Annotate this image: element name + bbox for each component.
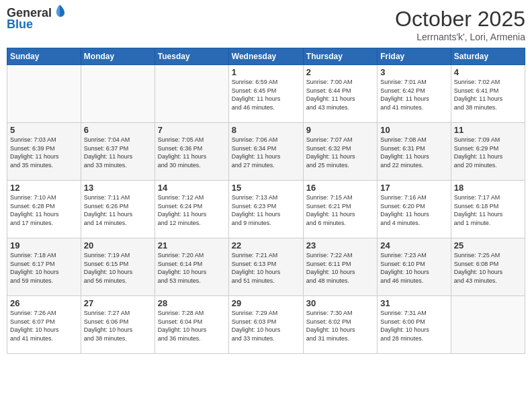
day-number: 25 xyxy=(454,240,522,250)
calendar-cell xyxy=(451,296,525,354)
calendar-cell: 15Sunrise: 7:13 AM Sunset: 6:23 PM Dayli… xyxy=(228,181,303,238)
calendar-cell: 17Sunrise: 7:16 AM Sunset: 6:20 PM Dayli… xyxy=(378,181,451,238)
calendar-cell xyxy=(81,65,154,123)
day-number: 16 xyxy=(306,183,374,193)
calendar-cell: 30Sunrise: 7:30 AM Sunset: 6:02 PM Dayli… xyxy=(303,296,377,354)
day-info: Sunrise: 7:20 AM Sunset: 6:14 PM Dayligh… xyxy=(158,251,226,285)
calendar-page: General Blue October 2025 Lerrnants'k', … xyxy=(0,0,532,411)
day-number: 4 xyxy=(454,67,522,77)
day-number: 18 xyxy=(454,183,522,193)
day-number: 24 xyxy=(380,240,447,250)
day-info: Sunrise: 7:01 AM Sunset: 6:42 PM Dayligh… xyxy=(380,78,447,111)
column-header-wednesday: Wednesday xyxy=(228,48,303,65)
day-number: 28 xyxy=(158,298,226,308)
day-info: Sunrise: 7:06 AM Sunset: 6:34 PM Dayligh… xyxy=(232,136,300,169)
calendar-cell: 29Sunrise: 7:29 AM Sunset: 6:03 PM Dayli… xyxy=(228,296,303,354)
day-number: 17 xyxy=(380,183,447,193)
calendar-cell: 13Sunrise: 7:11 AM Sunset: 6:26 PM Dayli… xyxy=(81,181,154,238)
day-number: 6 xyxy=(84,125,152,135)
day-info: Sunrise: 7:29 AM Sunset: 6:03 PM Dayligh… xyxy=(232,309,300,342)
calendar-header: SundayMondayTuesdayWednesdayThursdayFrid… xyxy=(7,48,525,65)
week-row-2: 5Sunrise: 7:03 AM Sunset: 6:39 PM Daylig… xyxy=(7,123,525,181)
day-number: 20 xyxy=(84,240,152,250)
calendar-cell: 28Sunrise: 7:28 AM Sunset: 6:04 PM Dayli… xyxy=(154,296,228,354)
day-info: Sunrise: 7:30 AM Sunset: 6:02 PM Dayligh… xyxy=(306,309,374,342)
day-info: Sunrise: 7:18 AM Sunset: 6:17 PM Dayligh… xyxy=(10,251,78,285)
day-info: Sunrise: 6:59 AM Sunset: 6:45 PM Dayligh… xyxy=(232,78,300,111)
week-row-4: 19Sunrise: 7:18 AM Sunset: 6:17 PM Dayli… xyxy=(7,238,525,296)
day-number: 12 xyxy=(10,183,78,193)
day-info: Sunrise: 7:09 AM Sunset: 6:29 PM Dayligh… xyxy=(454,136,522,169)
day-number: 15 xyxy=(232,183,300,193)
day-number: 30 xyxy=(306,298,374,308)
column-header-sunday: Sunday xyxy=(7,48,81,65)
day-info: Sunrise: 7:28 AM Sunset: 6:04 PM Dayligh… xyxy=(158,309,226,342)
calendar-cell: 5Sunrise: 7:03 AM Sunset: 6:39 PM Daylig… xyxy=(7,123,81,181)
column-header-tuesday: Tuesday xyxy=(154,48,228,65)
day-info: Sunrise: 7:27 AM Sunset: 6:06 PM Dayligh… xyxy=(84,309,152,342)
calendar-cell: 4Sunrise: 7:02 AM Sunset: 6:41 PM Daylig… xyxy=(451,65,525,123)
day-number: 14 xyxy=(158,183,226,193)
calendar-cell: 31Sunrise: 7:31 AM Sunset: 6:00 PM Dayli… xyxy=(378,296,451,354)
calendar-cell: 12Sunrise: 7:10 AM Sunset: 6:28 PM Dayli… xyxy=(7,181,81,238)
day-info: Sunrise: 7:04 AM Sunset: 6:37 PM Dayligh… xyxy=(84,136,152,169)
day-info: Sunrise: 7:15 AM Sunset: 6:21 PM Dayligh… xyxy=(306,193,374,227)
day-info: Sunrise: 7:21 AM Sunset: 6:13 PM Dayligh… xyxy=(232,251,300,285)
calendar-cell: 22Sunrise: 7:21 AM Sunset: 6:13 PM Dayli… xyxy=(228,238,303,296)
calendar-cell: 27Sunrise: 7:27 AM Sunset: 6:06 PM Dayli… xyxy=(81,296,154,354)
calendar-cell: 2Sunrise: 7:00 AM Sunset: 6:44 PM Daylig… xyxy=(303,65,377,123)
column-header-friday: Friday xyxy=(378,48,451,65)
logo-text: General Blue xyxy=(7,7,67,32)
day-info: Sunrise: 7:13 AM Sunset: 6:23 PM Dayligh… xyxy=(232,193,300,227)
day-info: Sunrise: 7:16 AM Sunset: 6:20 PM Dayligh… xyxy=(380,193,447,227)
day-info: Sunrise: 7:22 AM Sunset: 6:11 PM Dayligh… xyxy=(306,251,374,285)
calendar-cell xyxy=(154,65,228,123)
calendar-cell: 25Sunrise: 7:25 AM Sunset: 6:08 PM Dayli… xyxy=(451,238,525,296)
day-info: Sunrise: 7:00 AM Sunset: 6:44 PM Dayligh… xyxy=(306,78,374,111)
calendar-cell: 19Sunrise: 7:18 AM Sunset: 6:17 PM Dayli… xyxy=(7,238,81,296)
day-number: 5 xyxy=(10,125,78,135)
calendar-cell: 9Sunrise: 7:07 AM Sunset: 6:32 PM Daylig… xyxy=(303,123,377,181)
calendar-body: 1Sunrise: 6:59 AM Sunset: 6:45 PM Daylig… xyxy=(7,65,525,354)
day-info: Sunrise: 7:26 AM Sunset: 6:07 PM Dayligh… xyxy=(10,309,78,342)
day-number: 10 xyxy=(380,125,447,135)
day-info: Sunrise: 7:25 AM Sunset: 6:08 PM Dayligh… xyxy=(454,251,522,285)
column-header-saturday: Saturday xyxy=(451,48,525,65)
day-number: 27 xyxy=(84,298,152,308)
column-header-monday: Monday xyxy=(81,48,154,65)
calendar-cell: 8Sunrise: 7:06 AM Sunset: 6:34 PM Daylig… xyxy=(228,123,303,181)
calendar-cell: 7Sunrise: 7:05 AM Sunset: 6:36 PM Daylig… xyxy=(154,123,228,181)
month-title: October 2025 xyxy=(395,7,525,32)
day-info: Sunrise: 7:31 AM Sunset: 6:00 PM Dayligh… xyxy=(380,309,447,342)
day-number: 1 xyxy=(232,67,300,77)
day-info: Sunrise: 7:02 AM Sunset: 6:41 PM Dayligh… xyxy=(454,78,522,111)
calendar-cell: 1Sunrise: 6:59 AM Sunset: 6:45 PM Daylig… xyxy=(228,65,303,123)
day-info: Sunrise: 7:10 AM Sunset: 6:28 PM Dayligh… xyxy=(10,193,78,227)
day-info: Sunrise: 7:12 AM Sunset: 6:24 PM Dayligh… xyxy=(158,193,226,227)
day-number: 11 xyxy=(454,125,522,135)
day-number: 3 xyxy=(380,67,447,77)
calendar-cell: 6Sunrise: 7:04 AM Sunset: 6:37 PM Daylig… xyxy=(81,123,154,181)
calendar-cell: 18Sunrise: 7:17 AM Sunset: 6:18 PM Dayli… xyxy=(451,181,525,238)
day-number: 8 xyxy=(232,125,300,135)
day-info: Sunrise: 7:19 AM Sunset: 6:15 PM Dayligh… xyxy=(84,251,152,285)
calendar-cell: 14Sunrise: 7:12 AM Sunset: 6:24 PM Dayli… xyxy=(154,181,228,238)
day-info: Sunrise: 7:03 AM Sunset: 6:39 PM Dayligh… xyxy=(10,136,78,169)
day-info: Sunrise: 7:07 AM Sunset: 6:32 PM Dayligh… xyxy=(306,136,374,169)
day-number: 7 xyxy=(158,125,226,135)
location: Lerrnants'k', Lori, Armenia xyxy=(395,32,525,42)
week-row-3: 12Sunrise: 7:10 AM Sunset: 6:28 PM Dayli… xyxy=(7,181,525,238)
calendar-cell: 16Sunrise: 7:15 AM Sunset: 6:21 PM Dayli… xyxy=(303,181,377,238)
day-number: 9 xyxy=(306,125,374,135)
logo-icon xyxy=(52,3,67,18)
day-number: 19 xyxy=(10,240,78,250)
day-number: 13 xyxy=(84,183,152,193)
calendar-cell: 20Sunrise: 7:19 AM Sunset: 6:15 PM Dayli… xyxy=(81,238,154,296)
week-row-5: 26Sunrise: 7:26 AM Sunset: 6:07 PM Dayli… xyxy=(7,296,525,354)
calendar-cell: 23Sunrise: 7:22 AM Sunset: 6:11 PM Dayli… xyxy=(303,238,377,296)
day-info: Sunrise: 7:11 AM Sunset: 6:26 PM Dayligh… xyxy=(84,193,152,227)
calendar-cell: 24Sunrise: 7:23 AM Sunset: 6:10 PM Dayli… xyxy=(378,238,451,296)
calendar-cell: 3Sunrise: 7:01 AM Sunset: 6:42 PM Daylig… xyxy=(378,65,451,123)
week-row-1: 1Sunrise: 6:59 AM Sunset: 6:45 PM Daylig… xyxy=(7,65,525,123)
title-block: October 2025 Lerrnants'k', Lori, Armenia xyxy=(395,7,525,42)
